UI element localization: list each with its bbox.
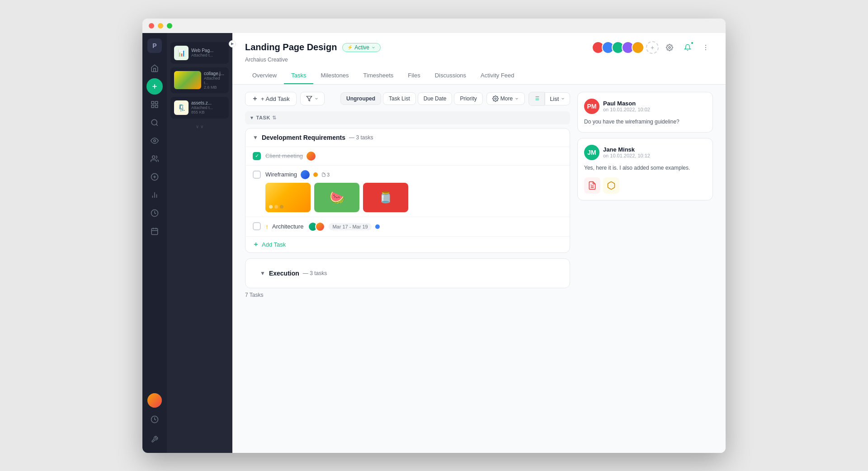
status-label: Active	[354, 44, 369, 51]
svg-point-22	[669, 47, 670, 48]
task-group-dev: ▼ Development Requirements — 3 tasks ✓ C…	[245, 128, 570, 253]
more-button[interactable]: More	[486, 92, 525, 105]
sidebar-item-dashboard[interactable]	[146, 96, 163, 113]
svg-rect-17	[151, 228, 158, 235]
list-dropdown-button[interactable]: List	[545, 92, 570, 105]
main-content: Landing Page Design Active	[232, 33, 726, 453]
svg-rect-4	[151, 105, 154, 107]
commenter-avatar-1: PM	[584, 99, 599, 114]
expand-files[interactable]: ∨ ∨	[170, 122, 229, 131]
add-task-label: + Add Task	[261, 95, 290, 102]
total-tasks-count: 7 Tasks	[245, 288, 570, 298]
sidebar-item-dollar[interactable]	[146, 169, 163, 185]
group-count: — 3 tasks	[349, 134, 373, 141]
add-task-row-button[interactable]: Add Task	[245, 236, 570, 252]
comment-panel: PM Paul Mason on 10.01.2022, 10:02 Do yo…	[577, 92, 713, 446]
header-actions: +	[592, 40, 713, 55]
notifications-button[interactable]	[680, 40, 695, 55]
file-item[interactable]: collage.j... Attached t... 2.6 MB	[170, 67, 229, 93]
tab-overview[interactable]: Overview	[245, 68, 284, 84]
task-item: ✓ Client meeting	[245, 147, 570, 165]
execution-group-header[interactable]: ▼ Execution — 3 tasks	[253, 264, 562, 282]
svg-rect-2	[151, 101, 154, 104]
task-date-badge: Mar 17 - Mar 19	[329, 223, 371, 230]
app-logo[interactable]: P	[147, 38, 162, 53]
task-content: Wireframing 3	[265, 170, 562, 212]
commenter-name-1: Paul Mason	[603, 100, 706, 107]
file-size: 855 KB	[191, 110, 213, 114]
task-group-header[interactable]: ▼ Development Requirements — 3 tasks	[245, 128, 570, 147]
sidebar-item-home[interactable]	[146, 60, 163, 76]
task-assignee-avatar-2	[315, 222, 325, 232]
sidebar-item-chart[interactable]	[146, 187, 163, 203]
status-badge[interactable]: Active	[342, 43, 381, 52]
tab-timesheets[interactable]: Timesheets	[356, 68, 401, 84]
file-item[interactable]: 🗜️ assets.z... Attached t... 855 KB	[170, 97, 229, 119]
group-buttons: Ungrouped Task List Due Date Priority	[340, 92, 483, 105]
add-task-inline-label: Add Task	[262, 241, 286, 248]
task-item: ↑ Architecture Mar 17 - Mar 19	[245, 217, 570, 236]
team-avatar[interactable]	[632, 41, 644, 54]
task-content: ↑ Architecture Mar 17 - Mar 19	[265, 222, 562, 232]
minimize-button[interactable]	[158, 23, 163, 29]
svg-point-6	[151, 119, 157, 125]
task-column-header: ▾ TASK ⇅	[245, 111, 570, 124]
sidebar-item-users[interactable]	[146, 151, 163, 167]
filter-button[interactable]	[300, 92, 325, 105]
task-checkbox-2[interactable]	[253, 171, 261, 179]
tab-discussions[interactable]: Discussions	[428, 68, 473, 84]
maximize-button[interactable]	[167, 23, 172, 29]
list-view-icon-button[interactable]	[528, 92, 545, 106]
xlsx-icon: 📊	[174, 46, 189, 60]
svg-rect-3	[156, 101, 158, 104]
file-count: 3	[321, 172, 330, 177]
tab-bar: Overview Tasks Milestones Timesheets Fil…	[245, 68, 713, 84]
tab-files[interactable]: Files	[401, 68, 427, 84]
task-checkbox-3[interactable]	[253, 222, 261, 230]
close-button[interactable]	[149, 23, 154, 29]
app-window: P	[142, 19, 726, 453]
project-title: Landing Page Design	[245, 42, 337, 52]
zip-attachment[interactable]	[603, 177, 619, 194]
sidebar-item-calendar[interactable]	[146, 223, 163, 239]
list-label: List	[550, 95, 559, 102]
task-list-button[interactable]: Task List	[383, 92, 416, 105]
notification-dot	[690, 41, 694, 45]
execution-toggle-icon: ▼	[260, 270, 265, 276]
thumbnail-1	[265, 183, 311, 212]
sidebar-item-wrench[interactable]	[146, 431, 163, 447]
sidebar-item-timer[interactable]	[146, 411, 163, 428]
tab-milestones[interactable]: Milestones	[313, 68, 356, 84]
thumbnail-2: 🍉	[314, 183, 359, 212]
svg-point-24	[705, 47, 706, 48]
task-checkbox-1[interactable]: ✓	[253, 152, 261, 160]
file-item[interactable]: 📊 Web Pag... Attached t...	[170, 42, 229, 64]
sidebar-item-search[interactable]	[146, 114, 163, 131]
tab-activity[interactable]: Activity Feed	[473, 68, 521, 84]
tab-tasks[interactable]: Tasks	[284, 68, 313, 84]
project-subtitle: Archaius Creative	[245, 57, 713, 63]
sidebar-item-add[interactable]	[146, 78, 163, 95]
comment-card-2: JM Jane Minsk on 10.01.2022, 10:12 Yes, …	[577, 138, 713, 200]
task-area: + Add Task Ungrouped Task List Due Date …	[232, 85, 726, 453]
due-date-button[interactable]: Due Date	[418, 92, 453, 105]
thumbnail-3: 🫙	[363, 183, 408, 212]
sidebar-item-clock[interactable]	[146, 205, 163, 221]
ungrouped-button[interactable]: Ungrouped	[340, 92, 381, 105]
add-member-button[interactable]: +	[646, 41, 659, 54]
task-thumbnails: 🍉 🫙	[265, 183, 562, 212]
task-name: ↑ Architecture Mar 17 - Mar 19	[265, 222, 562, 232]
svg-point-9	[152, 156, 155, 158]
priority-button[interactable]: Priority	[454, 92, 482, 105]
sidebar-item-eye[interactable]	[146, 133, 163, 149]
user-avatar[interactable]	[147, 393, 162, 408]
task-content: Client meeting	[265, 152, 562, 161]
add-task-button[interactable]: + Add Task	[245, 92, 297, 106]
expand-sidebar-arrow[interactable]: ▶	[229, 40, 236, 48]
settings-button[interactable]	[662, 40, 677, 55]
pdf-attachment[interactable]	[584, 177, 600, 194]
more-label: More	[500, 95, 513, 102]
project-header: Landing Page Design Active	[232, 33, 726, 85]
svg-point-29	[495, 98, 496, 100]
more-options-button[interactable]	[698, 40, 713, 55]
